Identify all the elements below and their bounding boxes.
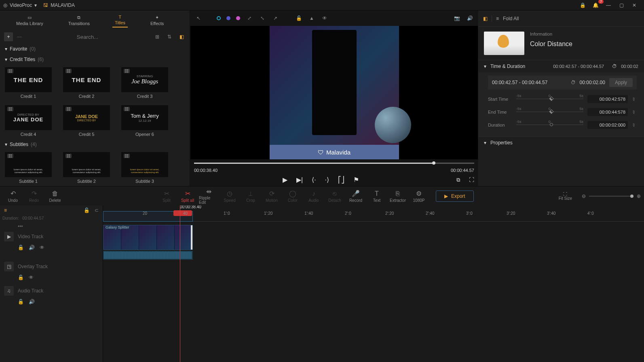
audio-track-header[interactable]: ♫ Audio Track [0,284,103,298]
category-favorite[interactable]: ▾ Favorite (0) [0,44,190,54]
end-time-slider[interactable]: -5s 0 5s [516,108,583,116]
fold-all-button[interactable]: ≡ [496,16,499,21]
cursor-tool-icon[interactable]: ↖ [195,15,202,21]
export-button[interactable]: ▶ Export [436,191,474,202]
delete-button[interactable]: 🗑Delete [45,187,65,205]
spinner-icon[interactable]: ⇕ [632,123,637,128]
search-input[interactable] [26,34,149,40]
next-frame-button[interactable]: ·⟩ [325,176,329,184]
eye-icon[interactable]: 👁 [29,275,34,280]
snapshot-icon[interactable]: 📷 [453,15,460,21]
pip-icon[interactable]: ⧉ [456,177,460,183]
title-preset-credit-1[interactable]: ☷ THE END [5,67,52,92]
mark-in-button[interactable]: ⎡⎦ [338,176,344,184]
title-preset-credit-3[interactable]: ☷ STARRING Joe Bloggs [121,67,168,92]
ripple-edit-button[interactable]: ⇹Ripple Edit [199,187,218,205]
marker-blue-icon[interactable] [226,16,230,20]
section-time-duration[interactable]: ▾ Time & Duration 00:00:42.57 - 00:00:44… [478,60,644,72]
seek-bar[interactable] [194,163,474,164]
lock-icon[interactable]: 🔓 [18,275,24,280]
tool-icon[interactable]: ⤡ [259,15,266,21]
marker-cyan-icon[interactable] [217,16,221,20]
duration-value[interactable]: 00:00:02:000 [587,121,628,129]
timeline-ruler[interactable]: 00:00:38.40 20 40 1':0 1':20 1':40 2':0 … [103,205,644,222]
add-marker-button[interactable]: ⚑ [353,176,359,184]
subtitle-preset-1[interactable]: ☷ lorem ipsum dolor sit amet, consectetu… [5,152,52,177]
volume-icon[interactable]: 🔊 [29,299,35,305]
unlock-icon[interactable]: 🔓 [84,207,90,213]
play-button[interactable]: ▶ [283,176,287,184]
magnet-icon[interactable]: ⊂ [95,207,99,213]
app-menu[interactable]: ◎ VideoProc ▾ [3,2,37,8]
panel-mode-icon[interactable]: ◧ [483,16,488,21]
record-button[interactable]: 🎤Record [346,187,365,205]
fit-size-button[interactable]: ⛶ Fit Size [559,192,572,201]
add-button[interactable]: + [4,32,13,41]
tab-media-library[interactable]: ▭ Media Library [14,13,46,28]
tab-titles[interactable]: T Titles [112,13,128,28]
tab-transitions[interactable]: ⧉ Transitions [66,13,92,28]
title-preset-credit-5[interactable]: ☷ JANE DOE DIRECTED BY [63,105,110,130]
duration-slider[interactable]: -5s 0 5s [516,121,583,129]
zoom-out-button[interactable]: ⊖ [582,193,586,199]
tab-effects[interactable]: ✦ Effects [148,13,166,28]
crop-button[interactable]: ⟂Crop [241,187,260,205]
tool-icon[interactable]: ⤢ [246,15,253,21]
audio-waveform[interactable] [103,251,193,260]
title-preset-credit-2[interactable]: ☷ THE END [63,67,110,92]
grid-view-icon[interactable]: ⊞ [153,34,161,40]
color-button[interactable]: ◯Color [283,187,302,205]
video-track-header[interactable]: ▶ Video Track [0,229,103,244]
fullscreen-icon[interactable]: ⛶ [469,177,474,183]
maximize-button[interactable]: ▢ [615,0,628,10]
lock-icon[interactable]: 🔓 [295,15,302,21]
tool-icon[interactable]: ↗ [272,15,279,21]
resolution-button[interactable]: ⚙1080P [409,187,429,205]
subtitle-preset-2[interactable]: ☷ lorem ipsum dolor sit amet, consectetu… [63,152,110,177]
project-save[interactable]: 🖫 MALAVIDA [43,2,75,8]
audio-button[interactable]: ♪Audio [304,187,323,205]
lock-icon[interactable]: 🔒 [576,0,589,10]
motion-button[interactable]: ⟳Motion [262,187,281,205]
overlay-track-header[interactable]: ◳ Overlay Track [0,259,103,274]
title-preset-opener-6[interactable]: ☷ Tom & Jerry 12.12.19 [121,105,168,130]
volume-icon[interactable]: 🔊 [466,15,473,21]
playhead-handle[interactable] [173,210,192,216]
split-all-button[interactable]: ✂Split all [178,187,197,205]
apply-button[interactable]: Apply [609,78,633,87]
minimize-button[interactable]: — [602,0,615,10]
timeline-area[interactable]: 00:00:38.40 20 40 1':0 1':20 1':40 2':0 … [103,205,644,362]
detach-button[interactable]: ⎋Detach [325,187,344,205]
text-button[interactable]: TText [367,187,386,205]
prev-frame-button[interactable]: ⟨· [312,176,316,184]
panel-toggle-icon[interactable]: ◧ [177,34,186,40]
eye-icon[interactable]: 👁 [40,245,44,250]
snap-icon[interactable]: ▲ [308,15,315,21]
zoom-in-button[interactable]: ⊕ [637,193,641,199]
play-next-button[interactable]: ▶| [296,176,303,184]
playhead-line[interactable] [180,205,180,362]
end-time-value[interactable]: 00:00:44:578 [587,108,628,116]
eye-icon[interactable]: 👁 [321,15,328,21]
start-time-value[interactable]: 00:00:42:578 [587,95,628,103]
close-button[interactable]: ✕ [628,0,641,10]
subtitle-preset-3[interactable]: ☷ lorem ipsum dolor sit amet, consectetu… [121,152,168,177]
section-properties[interactable]: ▾ Properties [478,137,644,149]
lock-icon[interactable]: 🔓 [18,299,24,305]
lock-icon[interactable]: 🔓 [18,245,24,250]
marker-magenta-icon[interactable] [236,16,240,20]
speed-button[interactable]: ◷Speed [220,187,239,205]
redo-button[interactable]: ↷Redo [24,187,44,205]
volume-icon[interactable]: 🔊 [29,245,35,250]
undo-button[interactable]: ↶Undo [3,187,23,205]
sort-icon[interactable]: ⇅ [165,34,173,40]
spinner-icon[interactable]: ⇕ [632,97,637,102]
remove-button[interactable]: — [17,34,22,40]
category-subtitles[interactable]: ▾ Subtitles (4) [0,139,190,150]
zoom-slider[interactable] [589,196,633,197]
video-preview[interactable]: 🛡 Malavida [190,26,478,159]
notifications-button[interactable]: 🔔 7 [589,0,602,10]
title-preset-credit-4[interactable]: ☷ DIRECTED BY JANE DOE [5,105,52,130]
clip-end-handle[interactable] [191,225,193,250]
extractor-button[interactable]: ⎘Extractor [388,187,408,205]
